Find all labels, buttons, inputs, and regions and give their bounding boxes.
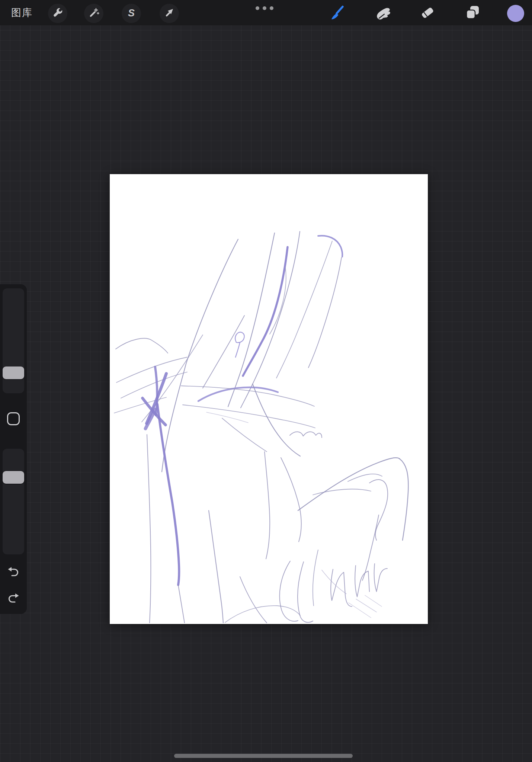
color-swatch-button[interactable] (507, 5, 524, 22)
dot-icon (263, 6, 266, 10)
opacity-slider[interactable] (3, 449, 24, 554)
redo-arrow-icon (7, 599, 20, 606)
paintbrush-icon (327, 2, 348, 25)
selection-s-icon: S (128, 7, 135, 19)
transform-button[interactable] (160, 4, 179, 23)
canvas[interactable] (110, 174, 428, 624)
dot-icon (256, 6, 259, 10)
adjustments-button[interactable] (84, 4, 103, 23)
actions-button[interactable] (48, 4, 67, 23)
wrench-icon (52, 7, 63, 20)
home-indicator[interactable] (174, 754, 353, 758)
selection-button[interactable]: S (122, 4, 141, 23)
gallery-button-label: 图库 (11, 6, 33, 19)
dot-icon (270, 6, 273, 10)
smudge-finger-icon (373, 2, 394, 25)
paint-tool-button[interactable] (327, 3, 348, 24)
undo-arrow-icon (7, 573, 20, 579)
layers-icon (462, 2, 483, 25)
redo-button[interactable] (7, 592, 20, 605)
gallery-button[interactable]: 图库 (11, 0, 33, 25)
procreate-screen: { "toolbar": { "gallery_label": "图库", "s… (0, 0, 532, 762)
opacity-handle[interactable] (3, 471, 24, 484)
top-toolbar: 图库 S (0, 0, 532, 25)
sketch-svg (110, 174, 428, 624)
more-options-button[interactable] (256, 6, 273, 10)
transform-arrow-icon (164, 7, 175, 20)
magic-wand-icon (88, 7, 99, 20)
eraser-icon (417, 2, 438, 25)
layers-button[interactable] (462, 3, 483, 24)
sidebar (0, 284, 27, 614)
erase-tool-button[interactable] (417, 3, 438, 24)
undo-button[interactable] (7, 566, 20, 578)
brush-size-handle[interactable] (3, 366, 24, 379)
modify-button[interactable] (7, 412, 20, 425)
smudge-tool-button[interactable] (373, 3, 394, 24)
